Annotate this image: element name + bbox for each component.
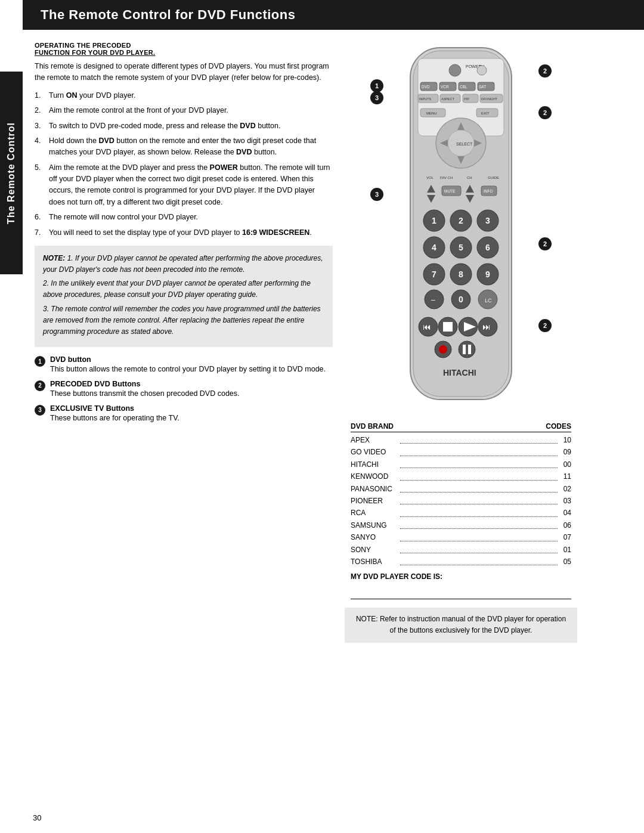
step-1: 1. Turn ON your DVD player. bbox=[35, 90, 333, 101]
svg-rect-82 bbox=[468, 345, 471, 354]
svg-text:VOL: VOL bbox=[426, 176, 434, 179]
callout-3a: 3 bbox=[370, 91, 383, 104]
dvd-brand-header: DVD BRAND bbox=[351, 422, 394, 431]
legend-title-2: PRECODED DVD Buttons bbox=[50, 380, 140, 388]
dvd-table-header: DVD BRAND CODES bbox=[351, 422, 571, 432]
legend-desc-1: This button allows the remote to control… bbox=[50, 364, 326, 375]
legend-item-1: 1 DVD button This button allows the remo… bbox=[35, 355, 333, 375]
svg-point-80 bbox=[459, 341, 475, 358]
svg-text:INPUTS: INPUTS bbox=[419, 97, 432, 101]
dvd-row-rca: RCA 04 bbox=[351, 507, 571, 519]
remote-image: POWER TV DVD VCR CBL SAT bbox=[377, 42, 544, 414]
svg-text:FAV CH: FAV CH bbox=[440, 176, 453, 179]
dvd-row-apex: APEX 10 bbox=[351, 434, 571, 446]
svg-text:SAT: SAT bbox=[479, 85, 486, 89]
page-number: 30 bbox=[33, 813, 41, 822]
svg-text:MENU: MENU bbox=[426, 112, 437, 115]
svg-point-6 bbox=[477, 66, 487, 75]
side-tab: The Remote Control bbox=[0, 72, 23, 274]
dvd-row-sanyo: SANYO 07 bbox=[351, 531, 571, 543]
svg-text:0: 0 bbox=[459, 295, 463, 304]
step-2: 2. Aim the remote control at the front o… bbox=[35, 105, 333, 116]
dvd-row-toshiba: TOSHIBA 05 bbox=[351, 556, 571, 568]
svg-text:ASPECT: ASPECT bbox=[441, 97, 455, 101]
page-header: The Remote Control for DVD Functions bbox=[23, 0, 644, 30]
svg-text:EXIT: EXIT bbox=[481, 112, 490, 115]
svg-text:1: 1 bbox=[432, 216, 436, 225]
legend-title-3: EXCLUSIVE TV Buttons bbox=[50, 404, 134, 413]
note-2: 2. In the unlikely event that your DVD p… bbox=[43, 278, 324, 301]
dvd-row-govideo: GO VIDEO 09 bbox=[351, 446, 571, 458]
callout-3b: 3 bbox=[370, 188, 383, 201]
svg-text:9: 9 bbox=[485, 270, 490, 279]
svg-text:2: 2 bbox=[459, 216, 463, 225]
legend-title-1: DVD button bbox=[50, 355, 91, 364]
right-column: POWER TV DVD VCR CBL SAT bbox=[345, 42, 577, 643]
dvd-row-pioneer: PIONEER 03 bbox=[351, 495, 571, 507]
dvd-row-sony: SONY 01 bbox=[351, 544, 571, 556]
svg-text:5: 5 bbox=[459, 243, 463, 252]
legend-circle-2: 2 bbox=[35, 380, 45, 391]
my-dvd-label: MY DVD PLAYER CODE IS: bbox=[351, 572, 571, 599]
svg-text:4: 4 bbox=[432, 243, 436, 252]
legend-circle-1: 1 bbox=[35, 356, 45, 367]
side-tab-label: The Remote Control bbox=[6, 122, 17, 224]
svg-text:DAY/NIGHT: DAY/NIGHT bbox=[481, 97, 497, 101]
section-title: OPERATING THE PRECODED FUNCTION FOR YOUR… bbox=[35, 42, 333, 56]
intro-paragraph: This remote is designed to operate diffe… bbox=[35, 61, 333, 84]
svg-text:–: – bbox=[431, 296, 435, 304]
svg-rect-81 bbox=[463, 345, 466, 354]
svg-text:GUIDE: GUIDE bbox=[488, 176, 499, 179]
dvd-row-hitachi: HITACHI 00 bbox=[351, 459, 571, 470]
step-4: 4. Hold down the DVD button on the remot… bbox=[35, 135, 333, 159]
step-3: 3. To switch to DVD pre-coded mode, pres… bbox=[35, 120, 333, 132]
svg-rect-73 bbox=[443, 322, 453, 332]
page-title: The Remote Control for DVD Functions bbox=[41, 7, 295, 22]
note-1: NOTE: 1. If your DVD player cannot be op… bbox=[43, 253, 324, 275]
svg-text:7: 7 bbox=[432, 270, 436, 279]
callout-2a: 2 bbox=[538, 64, 552, 78]
svg-text:DVD: DVD bbox=[422, 85, 430, 89]
note-3: 3. The remote control will remember the … bbox=[43, 304, 324, 338]
svg-text:MUTE: MUTE bbox=[444, 189, 456, 193]
svg-text:VCR: VCR bbox=[441, 85, 449, 89]
svg-text:8: 8 bbox=[459, 270, 463, 279]
legend-circle-3: 3 bbox=[35, 405, 45, 416]
dvd-row-panasonic: PANASONIC 02 bbox=[351, 483, 571, 495]
svg-point-3 bbox=[449, 64, 461, 76]
legend-item-3: 3 EXCLUSIVE TV Buttons These buttons are… bbox=[35, 404, 333, 424]
legend-item-2: 2 PRECODED DVD Buttons These buttons tra… bbox=[35, 380, 333, 400]
svg-text:CBL: CBL bbox=[460, 85, 467, 89]
svg-text:SELECT: SELECT bbox=[456, 142, 473, 146]
svg-text:PIP: PIP bbox=[464, 97, 469, 101]
svg-text:6: 6 bbox=[485, 243, 490, 252]
step-6: 6. The remote will now control your DVD … bbox=[35, 212, 333, 223]
legend-desc-3: These buttons are for operating the TV. bbox=[50, 413, 179, 424]
left-column: OPERATING THE PRECODED FUNCTION FOR YOUR… bbox=[35, 42, 333, 643]
callout-1: 1 bbox=[370, 79, 383, 92]
steps-list: 1. Turn ON your DVD player. 2. Aim the r… bbox=[35, 90, 333, 239]
dvd-row-samsung: SAMSUNG 06 bbox=[351, 519, 571, 531]
bottom-note: NOTE: Refer to instruction manual of the… bbox=[345, 608, 577, 642]
svg-text:LC: LC bbox=[485, 298, 492, 304]
legend-section: 1 DVD button This button allows the remo… bbox=[35, 355, 333, 423]
callout-2b: 2 bbox=[538, 106, 552, 119]
note-box: NOTE: 1. If your DVD player cannot be op… bbox=[35, 246, 333, 347]
svg-text:⏭: ⏭ bbox=[482, 322, 491, 332]
callout-2d: 2 bbox=[538, 319, 552, 332]
dvd-codes-header: CODES bbox=[546, 422, 571, 431]
legend-desc-2: These buttons transmit the chosen precod… bbox=[50, 388, 240, 400]
callout-2c: 2 bbox=[538, 237, 552, 250]
dvd-brand-section: DVD BRAND CODES APEX 10 GO VIDEO 09 bbox=[345, 422, 577, 599]
dvd-row-kenwood: KENWOOD 11 bbox=[351, 470, 571, 482]
step-7: 7. You will need to set the display type… bbox=[35, 227, 333, 239]
svg-text:HITACHI: HITACHI bbox=[443, 368, 476, 377]
svg-text:⏮: ⏮ bbox=[423, 322, 431, 332]
svg-text:3: 3 bbox=[485, 216, 490, 225]
step-5: 5. Aim the remote at the DVD player and … bbox=[35, 162, 333, 209]
svg-text:CH: CH bbox=[467, 176, 472, 179]
svg-text:INFO: INFO bbox=[484, 189, 493, 193]
svg-point-79 bbox=[439, 345, 447, 354]
dvd-table-body: APEX 10 GO VIDEO 09 HITACHI 00 bbox=[351, 434, 571, 568]
